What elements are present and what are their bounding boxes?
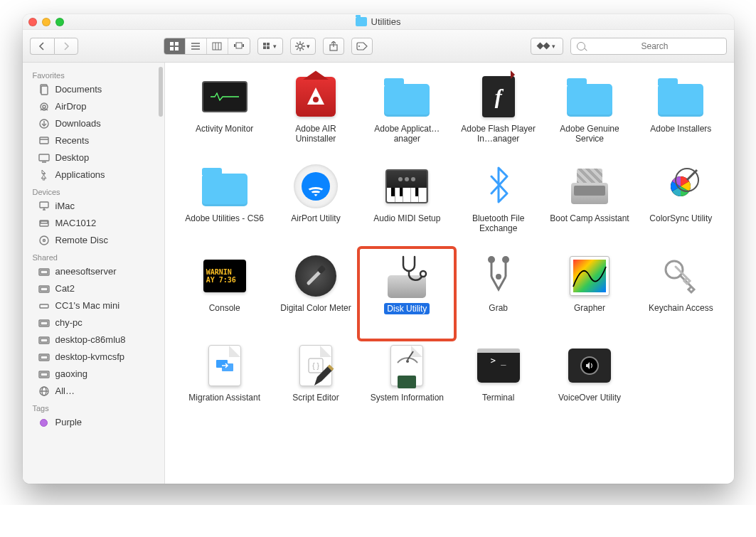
sidebar-item-gaoxing[interactable]: gaoxing <box>23 366 164 383</box>
app-item-voiceover-utility[interactable]: VoiceOver Utility <box>544 341 635 427</box>
sidebar-item-desktop-c86mlu8[interactable]: desktop-c86mlu8 <box>23 331 164 349</box>
sidebar[interactable]: FavoritesDocumentsAirDropDownloadsRecent… <box>23 63 165 484</box>
app-item-airport-utility[interactable]: AirPort Utility <box>270 162 361 248</box>
list-icon <box>191 42 201 50</box>
grid-icon <box>169 41 179 51</box>
minimize-button[interactable] <box>42 18 50 26</box>
airport-icon <box>294 164 338 208</box>
app-label: Script Editor <box>292 393 339 403</box>
app-item-adobe-flash-player-in-anager[interactable]: f Adobe Flash Player In…anager <box>452 73 543 158</box>
sidebar-item-label: MAC1012 <box>55 217 97 230</box>
sidebar-item-documents[interactable]: Documents <box>23 81 164 98</box>
dropbox-icon <box>538 42 549 50</box>
app-label: Adobe Installers <box>650 124 711 134</box>
airdrop-icon <box>38 101 50 112</box>
arrange-button[interactable]: ▾ <box>257 38 283 55</box>
sidebar-item-label: Purple <box>55 416 82 429</box>
app-item-console[interactable]: WARNINAY 7:36 Console <box>179 252 270 337</box>
back-button[interactable] <box>30 38 54 55</box>
sidebar-item-aneesoftserver[interactable]: aneesoftserver <box>23 263 164 280</box>
action-button[interactable]: ▾ <box>290 38 316 55</box>
svg-point-82 <box>406 360 409 363</box>
sidebar-item-all-[interactable]: All… <box>23 383 164 400</box>
app-item-adobe-applicat-anager[interactable]: Adobe Applicat…anager <box>361 73 452 158</box>
view-gallery-button[interactable] <box>228 38 250 54</box>
app-item-colorsync-utility[interactable]: ColorSync Utility <box>635 162 726 248</box>
view-list-button[interactable] <box>186 38 207 54</box>
app-item-adobe-utilities-cs6[interactable]: Adobe Utilities - CS6 <box>179 162 270 248</box>
view-columns-button[interactable] <box>207 38 228 54</box>
app-item-digital-color-meter[interactable]: Digital Color Meter <box>270 252 361 337</box>
sidebar-item-downloads[interactable]: Downloads <box>23 115 164 132</box>
sidebar-item-purple[interactable]: Purple <box>23 414 164 431</box>
bluetooth-icon <box>477 164 521 208</box>
svg-rect-0 <box>170 42 174 46</box>
folder-icon <box>202 174 247 206</box>
sidebar-item-remote-disc[interactable]: Remote Disc <box>23 232 164 249</box>
app-item-bluetooth-file-exchange[interactable]: Bluetooth File Exchange <box>452 162 543 248</box>
content-grid[interactable]: Activity Monitor Adobe AIR Uninstaller A… <box>165 63 734 484</box>
app-item-system-information[interactable]: System Information <box>361 341 452 427</box>
sidebar-item-recents[interactable]: Recents <box>23 132 164 149</box>
disk-utility-icon <box>385 254 429 298</box>
app-item-disk-utility[interactable]: Disk Utility <box>361 252 452 337</box>
svg-rect-10 <box>236 43 242 48</box>
tags-button[interactable] <box>351 38 373 55</box>
sidebar-item-cat2[interactable]: Cat2 <box>23 280 164 297</box>
script-editor-icon: { } <box>299 345 332 386</box>
desktop-icon <box>38 152 50 164</box>
app-item-audio-midi-setup[interactable]: Audio MIDI Setup <box>361 162 452 248</box>
svg-point-17 <box>298 44 302 48</box>
svg-point-69 <box>420 271 426 277</box>
app-item-adobe-air-uninstaller[interactable]: Adobe AIR Uninstaller <box>270 73 361 158</box>
net-icon <box>38 317 50 329</box>
dropbox-button[interactable]: ▾ <box>531 38 563 55</box>
sidebar-item-label: desktop-c86mlu8 <box>55 334 126 346</box>
app-item-activity-monitor[interactable]: Activity Monitor <box>179 73 270 158</box>
sidebar-item-desktop[interactable]: Desktop <box>23 149 164 166</box>
app-item-grapher[interactable]: Grapher <box>544 252 635 337</box>
app-item-keychain-access[interactable]: Keychain Access <box>635 252 726 337</box>
share-button[interactable] <box>323 38 344 55</box>
app-item-adobe-genuine-service[interactable]: Adobe Genuine Service <box>544 73 635 158</box>
app-item-grab[interactable]: Grab <box>452 252 543 337</box>
svg-rect-7 <box>213 43 221 50</box>
sidebar-item-label: Remote Disc <box>55 234 108 247</box>
forward-button[interactable] <box>54 38 78 55</box>
grab-icon <box>481 255 516 297</box>
app-label: Adobe Utilities - CS6 <box>185 213 264 223</box>
window-body: FavoritesDocumentsAirDropDownloadsRecent… <box>23 63 734 484</box>
sidebar-item-label: iMac <box>55 200 75 213</box>
zoom-button[interactable] <box>55 18 64 26</box>
bootcamp-icon <box>568 169 611 204</box>
app-item-boot-camp-assistant[interactable]: Boot Camp Assistant <box>544 162 635 248</box>
sidebar-item-mac1012[interactable]: MAC1012 <box>23 215 164 232</box>
downloads-icon <box>38 118 50 129</box>
app-item-migration-assistant[interactable]: Migration Assistant <box>179 341 270 427</box>
sidebar-item-label: gaoxing <box>55 368 88 381</box>
sidebar-item-cc1-s-mac-mini[interactable]: CC1's Mac mini <box>23 297 164 314</box>
search-input[interactable] <box>590 41 720 52</box>
sidebar-item-imac[interactable]: iMac <box>23 198 164 215</box>
app-item-script-editor[interactable]: { } Script Editor <box>270 341 361 427</box>
sidebar-item-airdrop[interactable]: AirDrop <box>23 98 164 115</box>
svg-rect-39 <box>40 202 48 208</box>
sidebar-item-applications[interactable]: Applications <box>23 166 164 184</box>
sidebar-section-header: Devices <box>23 184 164 198</box>
search-field[interactable] <box>570 38 727 55</box>
app-item-adobe-installers[interactable]: Adobe Installers <box>635 73 726 158</box>
app-item-terminal[interactable]: > _ Terminal <box>452 341 543 427</box>
sidebar-item-chy-pc[interactable]: chy-pc <box>23 314 164 331</box>
svg-rect-49 <box>41 287 48 291</box>
svg-rect-16 <box>267 46 270 49</box>
sidebar-item-label: Downloads <box>55 117 101 130</box>
migration-icon <box>208 345 241 386</box>
sidebar-scrollbar[interactable] <box>159 67 163 117</box>
sidebar-item-desktop-kvmcsfp[interactable]: desktop-kvmcsfp <box>23 349 164 366</box>
colorsync-icon <box>659 165 702 208</box>
view-icon-button[interactable] <box>164 38 186 54</box>
close-button[interactable] <box>28 18 37 26</box>
svg-rect-43 <box>41 221 48 223</box>
sidebar-section-header: Shared <box>23 249 164 263</box>
svg-point-63 <box>313 97 319 102</box>
